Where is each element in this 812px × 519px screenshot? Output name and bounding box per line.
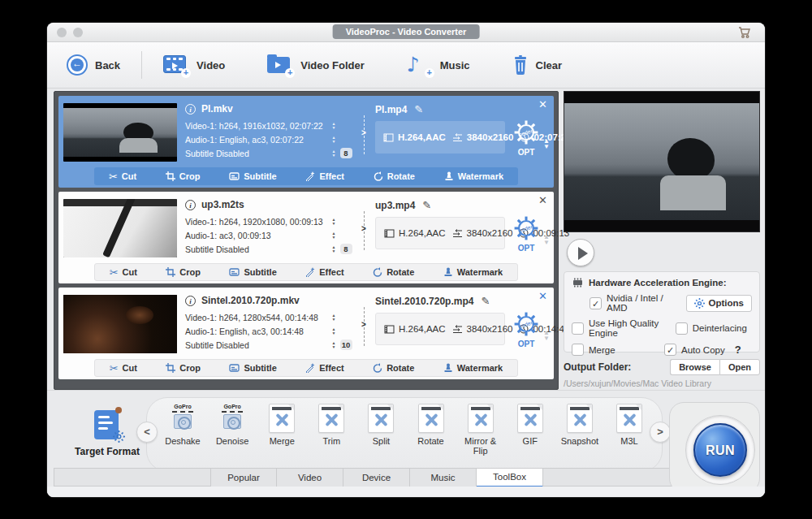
tab-toolbox[interactable]: ToolBox (477, 468, 543, 487)
video-thumbnail[interactable] (63, 199, 177, 257)
subtitle-icon (229, 268, 240, 277)
tool-trim[interactable]: Trim (308, 404, 355, 456)
subtitle-button[interactable]: Subtitle (229, 267, 276, 277)
video-item-sintel[interactable]: iSintel.2010.720p.mkv Video-1: h264, 128… (58, 288, 554, 379)
watermark-button[interactable]: Watermark (443, 363, 503, 373)
cut-icon: ✂ (110, 267, 119, 278)
run-button[interactable]: RUN (693, 423, 747, 477)
options-button[interactable]: Options (686, 295, 752, 312)
cut-button[interactable]: ✂Cut (110, 363, 137, 374)
tab-video[interactable]: Video (277, 468, 343, 487)
convert-arrow: > (354, 292, 375, 359)
codec-stat: H.264,AAC (384, 324, 446, 334)
tool-mirror-flip[interactable]: Mirror & Flip (457, 404, 504, 456)
tool-merge[interactable]: Merge (258, 404, 305, 456)
subtitle-button[interactable]: Subtitle (229, 171, 276, 181)
add-video-folder-button[interactable]: + Video Folder (267, 54, 365, 76)
cut-button[interactable]: ✂Cut (109, 171, 136, 182)
help-icon[interactable]: ? (735, 344, 741, 356)
tab-popular[interactable]: Popular (210, 468, 277, 487)
video-item-up3[interactable]: iup3.m2ts Video-1: h264, 1920x1080, 00:0… (58, 192, 554, 283)
track-count-badge: 8 (340, 148, 352, 158)
cut-button[interactable]: ✂Cut (110, 267, 137, 278)
tool-snapshot[interactable]: Snapshot (556, 404, 603, 456)
codec-option-button[interactable]: codec OPT (505, 101, 547, 167)
window-close-button[interactable] (57, 28, 67, 37)
browse-button[interactable]: Browse (670, 359, 719, 375)
reorder-control[interactable]: ▲▼ (543, 138, 550, 149)
track-selector-icon[interactable]: ▲▼ (330, 149, 338, 158)
tool-gif[interactable]: GIF (507, 404, 554, 456)
remove-item-button[interactable]: ✕ (538, 290, 547, 302)
track-selector-icon[interactable]: ▲▼ (330, 218, 338, 226)
toolbar-separator (141, 51, 142, 79)
clear-button[interactable]: Clear (512, 55, 563, 75)
source-filename: Sintel.2010.720p.mkv (201, 295, 300, 306)
rename-icon[interactable]: ✎ (414, 103, 423, 115)
rotate-button[interactable]: Rotate (374, 171, 415, 181)
tool-rotate[interactable]: Rotate (408, 404, 455, 456)
tab-device[interactable]: Device (343, 468, 410, 487)
watermark-icon (444, 171, 454, 181)
subtitle-track-info: Subtitle Disabled (185, 340, 330, 350)
checkbox-merge[interactable]: ✓Merge (572, 344, 615, 356)
effect-button[interactable]: Effect (305, 267, 344, 277)
video-thumbnail[interactable] (63, 103, 177, 162)
add-music-button[interactable]: ♪ + Music (407, 54, 470, 76)
checkbox-high-quality-engine[interactable]: ✓Use High Quality Engine (572, 318, 676, 338)
crop-button[interactable]: Crop (166, 171, 201, 181)
item-action-bar: ✂Cut Crop Subtitle Effect Rotate Waterma… (94, 167, 518, 185)
play-button[interactable] (567, 239, 594, 266)
effect-icon (305, 267, 315, 277)
codec-option-button[interactable]: codec OPT (505, 292, 547, 359)
tool-split[interactable]: Split (357, 404, 404, 456)
track-selector-icon[interactable]: ▲▼ (330, 245, 338, 253)
tool-denoise[interactable]: GoPro Denoise (209, 404, 256, 456)
open-button[interactable]: Open (719, 359, 760, 375)
checkbox-deinterlacing[interactable]: ✓Deinterlacing (676, 322, 752, 335)
reorder-control[interactable]: ▲▼ (543, 330, 550, 341)
track-selector-icon[interactable]: ▲▼ (330, 122, 338, 130)
checkbox-nvidia-intel-amd[interactable]: ✓Nvidia / Intel / AMD (590, 293, 686, 313)
add-video-button[interactable]: + Video (163, 54, 225, 76)
tool-document-icon (468, 404, 494, 433)
tool-deshake[interactable]: GoPro Deshake (159, 404, 206, 456)
tool-m3l[interactable]: M3L (606, 404, 653, 456)
remove-item-button[interactable]: ✕ (538, 98, 547, 110)
effect-button[interactable]: Effect (305, 171, 344, 181)
watermark-button[interactable]: Watermark (443, 267, 503, 277)
crop-button[interactable]: Crop (166, 363, 201, 373)
subtitle-button[interactable]: Subtitle (229, 363, 276, 373)
reorder-control[interactable]: ▲▼ (543, 234, 550, 245)
scroll-left-button[interactable]: < (136, 422, 158, 443)
video-item-pl[interactable]: iPl.mkv Video-1: h264, 1916x1032, 02:07:… (58, 96, 554, 188)
track-selector-icon[interactable]: ▲▼ (330, 314, 338, 322)
checkbox-auto-copy[interactable]: ✓Auto Copy? (664, 344, 752, 356)
back-button[interactable]: ← Back (67, 54, 120, 76)
subtitle-track-info: Subtitle Disabled (185, 149, 330, 158)
cart-icon[interactable] (737, 25, 752, 40)
watermark-button[interactable]: Watermark (444, 171, 503, 181)
video-thumbnail[interactable] (63, 295, 177, 353)
window-minimize-button[interactable] (73, 28, 83, 37)
info-icon[interactable]: i (185, 104, 196, 115)
window-controls[interactable] (57, 28, 83, 37)
remove-item-button[interactable]: ✕ (538, 194, 547, 206)
rename-icon[interactable]: ✎ (422, 199, 431, 211)
rotate-button[interactable]: Rotate (373, 363, 414, 373)
track-selector-icon[interactable]: ▲▼ (330, 231, 338, 240)
rotate-button[interactable]: Rotate (373, 267, 414, 277)
track-selector-icon[interactable]: ▲▼ (330, 327, 338, 335)
video-preview[interactable] (564, 91, 760, 232)
rename-icon[interactable]: ✎ (481, 295, 490, 307)
tab-music[interactable]: Music (410, 468, 477, 487)
info-icon[interactable]: i (185, 296, 196, 306)
track-selector-icon[interactable]: ▲▼ (330, 341, 338, 349)
crop-button[interactable]: Crop (166, 267, 201, 277)
info-icon[interactable]: i (185, 200, 196, 210)
effect-button[interactable]: Effect (305, 363, 344, 373)
codec-option-button[interactable]: codec OPT (505, 197, 547, 263)
trash-icon (512, 55, 529, 75)
cut-icon: ✂ (109, 171, 118, 182)
track-selector-icon[interactable]: ▲▼ (330, 136, 338, 144)
